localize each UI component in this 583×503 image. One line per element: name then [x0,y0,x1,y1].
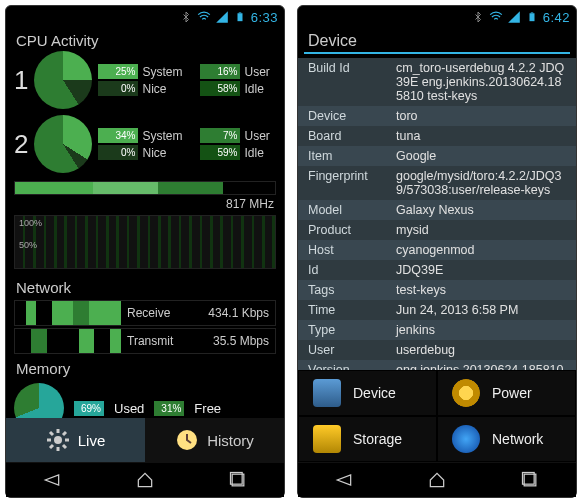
system-label: System [142,65,196,79]
nav-home-button[interactable] [124,467,166,493]
table-row: Productmysid [298,220,576,240]
nav-back-button[interactable] [31,467,73,493]
grid-power-label: Power [492,385,532,401]
row-key: Tags [308,283,396,297]
used-chip: 69% [74,401,104,416]
bottom-tabs: Live History [6,418,284,462]
cpu-pie-2 [34,115,92,173]
nav-home-button[interactable] [416,467,458,493]
cpu-history-graph: 100% 50% [14,215,276,269]
nav-back-button[interactable] [323,467,365,493]
bluetooth-icon [179,10,193,24]
row-value: toro [396,109,566,123]
device-section-title: Device [304,28,570,54]
table-row: Hostcyanogenmod [298,240,576,260]
row-value: tuna [396,129,566,143]
cpu-pie-1 [34,51,92,109]
cpu-legend-2: 34% System 7% User 0% Nice 59% Idle [98,128,284,160]
row-key: Host [308,243,396,257]
grid-device-button[interactable]: Device [298,370,437,416]
row-key: Item [308,149,396,163]
bluetooth-icon [471,10,485,24]
device-icon [313,379,341,407]
table-row: Build Idcm_toro-userdebug 4.2.2 JDQ39E e… [298,58,576,106]
receive-label: Receive [121,306,195,320]
user-chip: 16% [200,64,240,79]
transmit-value: 35.5 Mbps [195,334,275,348]
receive-sparkline [15,301,121,325]
table-row: Useruserdebug [298,340,576,360]
nav-recent-button[interactable] [509,467,551,493]
nice-label: Nice [142,146,196,160]
svg-rect-6 [529,13,534,21]
grid-storage-label: Storage [353,431,402,447]
phone-device-info: 6:42 Device Build Idcm_toro-userdebug 4.… [297,5,577,498]
idle-label: Idle [244,146,284,160]
nav-bar [6,462,284,497]
graph-label-50: 50% [19,240,37,250]
gear-icon [46,428,70,452]
grid-power-button[interactable]: Power [437,370,576,416]
system-chip: 34% [98,128,138,143]
cpu-core-row: 2 34% System 7% User 0% Nice 59% Idle [6,115,284,179]
grid-storage-button[interactable]: Storage [298,416,437,462]
nav-recent-button[interactable] [217,467,259,493]
cpu-legend-1: 25% System 16% User 0% Nice 58% Idle [98,64,284,96]
svg-rect-0 [237,13,242,21]
row-key: Product [308,223,396,237]
table-row: Tagstest-keys [298,280,576,300]
row-key: Id [308,263,396,277]
bottom-grid: Device Power Storage Network [298,370,576,462]
core-number: 2 [14,129,28,160]
table-row: Fingerprintgoogle/mysid/toro:4.2.2/JDQ39… [298,166,576,200]
row-value: test-keys [396,283,566,297]
cpu-freq-bar [14,181,276,195]
row-value: jenkins [396,323,566,337]
row-value: cm_toro-userdebug 4.2.2 JDQ39E eng.jenki… [396,61,566,103]
table-row: IdJDQ39E [298,260,576,280]
grid-network-button[interactable]: Network [437,416,576,462]
wifi-icon [197,10,211,24]
tab-history-label: History [207,432,254,449]
table-row: Boardtuna [298,126,576,146]
row-value: userdebug [396,343,566,357]
svg-rect-7 [530,12,533,13]
tab-live[interactable]: Live [6,418,145,462]
user-label: User [244,129,284,143]
row-key: Time [308,303,396,317]
user-chip: 7% [200,128,240,143]
row-key: Fingerprint [308,169,396,197]
status-bar: 6:42 [298,6,576,28]
cpu-freq-value: 817 MHz [6,197,284,215]
idle-chip: 58% [200,81,240,96]
row-key: Build Id [308,61,396,103]
battery-icon [452,379,480,407]
cpu-core-row: 1 25% System 16% User 0% Nice 58% Idle [6,51,284,115]
globe-icon [452,425,480,453]
signal-icon [215,10,229,24]
storage-icon [313,425,341,453]
wifi-icon [489,10,503,24]
clock: 6:33 [251,10,278,25]
row-value: Galaxy Nexus [396,203,566,217]
tab-history[interactable]: History [145,418,284,462]
live-content[interactable]: CPU Activity 1 25% System 16% User 0% Ni… [6,28,284,464]
nice-chip: 0% [98,81,138,96]
cpu-section-title: CPU Activity [6,28,284,51]
nav-bar [298,462,576,497]
nice-label: Nice [142,82,196,96]
transmit-label: Transmit [121,334,195,348]
network-receive-row: Receive 434.1 Kbps [14,300,276,326]
row-key: User [308,343,396,357]
signal-icon [507,10,521,24]
core-number: 1 [14,65,28,96]
row-value: cyanogenmod [396,243,566,257]
used-label: Used [114,401,144,416]
svg-rect-1 [238,12,241,13]
system-label: System [142,129,196,143]
idle-chip: 59% [200,145,240,160]
row-value: mysid [396,223,566,237]
free-chip: 31% [154,401,184,416]
table-row: Typejenkins [298,320,576,340]
network-section-title: Network [6,275,284,298]
